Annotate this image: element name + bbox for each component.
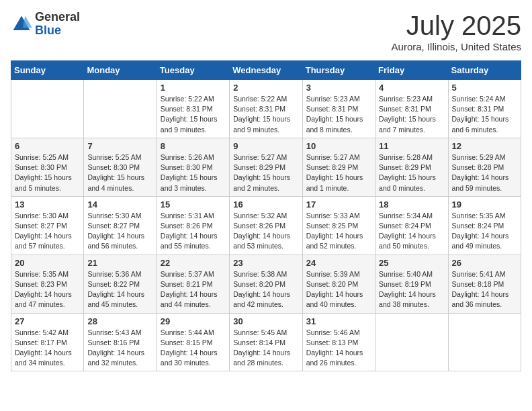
day-info: Sunrise: 5:34 AMSunset: 8:24 PMDaylight:…	[379, 211, 444, 252]
calendar-week-row: 20Sunrise: 5:35 AMSunset: 8:23 PMDayligh…	[11, 255, 521, 313]
day-number: 23	[233, 258, 298, 268]
logo-general-text: General	[35, 11, 80, 24]
calendar-cell: 27Sunrise: 5:42 AMSunset: 8:17 PMDayligh…	[11, 313, 84, 371]
calendar-cell: 7Sunrise: 5:25 AMSunset: 8:30 PMDaylight…	[84, 138, 157, 196]
day-number: 31	[306, 316, 371, 326]
calendar-cell	[375, 313, 448, 371]
calendar-cell: 3Sunrise: 5:23 AMSunset: 8:31 PMDaylight…	[302, 80, 375, 138]
calendar-cell: 22Sunrise: 5:37 AMSunset: 8:21 PMDayligh…	[157, 255, 229, 313]
weekday-header: Wednesday	[230, 61, 302, 80]
calendar-week-row: 27Sunrise: 5:42 AMSunset: 8:17 PMDayligh…	[11, 313, 521, 371]
day-info: Sunrise: 5:37 AMSunset: 8:21 PMDaylight:…	[161, 269, 226, 310]
day-number: 16	[233, 199, 298, 210]
day-info: Sunrise: 5:38 AMSunset: 8:20 PMDaylight:…	[233, 269, 298, 310]
day-number: 1	[161, 83, 226, 93]
day-number: 4	[379, 83, 444, 93]
calendar-cell: 2Sunrise: 5:22 AMSunset: 8:31 PMDaylight…	[230, 80, 302, 138]
calendar-cell: 4Sunrise: 5:23 AMSunset: 8:31 PMDaylight…	[375, 80, 448, 138]
day-info: Sunrise: 5:35 AMSunset: 8:23 PMDaylight:…	[15, 269, 80, 310]
day-number: 11	[379, 141, 444, 151]
day-info: Sunrise: 5:45 AMSunset: 8:14 PMDaylight:…	[233, 328, 298, 369]
day-number: 20	[15, 258, 80, 268]
calendar-cell	[448, 313, 521, 371]
calendar-cell: 21Sunrise: 5:36 AMSunset: 8:22 PMDayligh…	[84, 255, 157, 313]
day-number: 17	[306, 199, 371, 210]
calendar-cell: 10Sunrise: 5:27 AMSunset: 8:29 PMDayligh…	[302, 138, 375, 196]
day-info: Sunrise: 5:29 AMSunset: 8:28 PMDaylight:…	[452, 152, 517, 193]
day-info: Sunrise: 5:24 AMSunset: 8:31 PMDaylight:…	[452, 94, 517, 135]
day-number: 26	[452, 258, 517, 268]
day-info: Sunrise: 5:31 AMSunset: 8:26 PMDaylight:…	[161, 211, 226, 252]
calendar-cell: 12Sunrise: 5:29 AMSunset: 8:28 PMDayligh…	[448, 138, 521, 196]
calendar-cell: 5Sunrise: 5:24 AMSunset: 8:31 PMDaylight…	[448, 80, 521, 138]
calendar-cell: 29Sunrise: 5:44 AMSunset: 8:15 PMDayligh…	[157, 313, 229, 371]
day-info: Sunrise: 5:35 AMSunset: 8:24 PMDaylight:…	[452, 211, 517, 252]
calendar-cell: 24Sunrise: 5:39 AMSunset: 8:20 PMDayligh…	[302, 255, 375, 313]
logo-icon	[11, 13, 32, 35]
day-info: Sunrise: 5:28 AMSunset: 8:29 PMDaylight:…	[379, 152, 444, 193]
weekday-header: Monday	[84, 61, 157, 80]
day-info: Sunrise: 5:30 AMSunset: 8:27 PMDaylight:…	[87, 211, 152, 252]
day-number: 12	[452, 141, 517, 151]
day-info: Sunrise: 5:27 AMSunset: 8:29 PMDaylight:…	[233, 152, 298, 193]
logo: General Blue	[11, 11, 80, 38]
calendar-cell: 17Sunrise: 5:33 AMSunset: 8:25 PMDayligh…	[302, 196, 375, 255]
day-number: 9	[233, 141, 298, 151]
day-number: 8	[161, 141, 226, 151]
weekday-header: Sunday	[11, 61, 84, 80]
day-info: Sunrise: 5:42 AMSunset: 8:17 PMDaylight:…	[15, 328, 80, 369]
logo-blue-text: Blue	[35, 24, 80, 38]
day-info: Sunrise: 5:25 AMSunset: 8:30 PMDaylight:…	[87, 152, 152, 193]
calendar-cell: 20Sunrise: 5:35 AMSunset: 8:23 PMDayligh…	[11, 255, 84, 313]
calendar-week-row: 6Sunrise: 5:25 AMSunset: 8:30 PMDaylight…	[11, 138, 521, 196]
day-number: 10	[306, 141, 371, 151]
day-info: Sunrise: 5:23 AMSunset: 8:31 PMDaylight:…	[306, 94, 371, 135]
page-header: General Blue July 2025 Aurora, Illinois,…	[11, 11, 521, 52]
day-number: 6	[15, 141, 80, 151]
weekday-header: Tuesday	[157, 61, 229, 80]
calendar-cell: 30Sunrise: 5:45 AMSunset: 8:14 PMDayligh…	[230, 313, 302, 371]
calendar-table: SundayMondayTuesdayWednesdayThursdayFrid…	[11, 60, 521, 371]
day-number: 22	[161, 258, 226, 268]
day-number: 27	[15, 316, 80, 326]
calendar-cell: 14Sunrise: 5:30 AMSunset: 8:27 PMDayligh…	[84, 196, 157, 255]
day-info: Sunrise: 5:22 AMSunset: 8:31 PMDaylight:…	[233, 94, 298, 135]
calendar-cell: 28Sunrise: 5:43 AMSunset: 8:16 PMDayligh…	[84, 313, 157, 371]
calendar-cell: 25Sunrise: 5:40 AMSunset: 8:19 PMDayligh…	[375, 255, 448, 313]
day-number: 29	[161, 316, 226, 326]
calendar-cell: 16Sunrise: 5:32 AMSunset: 8:26 PMDayligh…	[230, 196, 302, 255]
calendar-cell: 13Sunrise: 5:30 AMSunset: 8:27 PMDayligh…	[11, 196, 84, 255]
day-number: 19	[452, 199, 517, 210]
calendar-cell: 19Sunrise: 5:35 AMSunset: 8:24 PMDayligh…	[448, 196, 521, 255]
calendar-cell: 18Sunrise: 5:34 AMSunset: 8:24 PMDayligh…	[375, 196, 448, 255]
weekday-header: Friday	[375, 61, 448, 80]
calendar-cell: 6Sunrise: 5:25 AMSunset: 8:30 PMDaylight…	[11, 138, 84, 196]
weekday-header-row: SundayMondayTuesdayWednesdayThursdayFrid…	[11, 61, 521, 80]
day-info: Sunrise: 5:23 AMSunset: 8:31 PMDaylight:…	[379, 94, 444, 135]
day-number: 7	[87, 141, 152, 151]
day-info: Sunrise: 5:43 AMSunset: 8:16 PMDaylight:…	[87, 328, 152, 369]
day-number: 5	[452, 83, 517, 93]
day-info: Sunrise: 5:25 AMSunset: 8:30 PMDaylight:…	[15, 152, 80, 193]
day-number: 25	[379, 258, 444, 268]
calendar-week-row: 1Sunrise: 5:22 AMSunset: 8:31 PMDaylight…	[11, 80, 521, 138]
day-number: 3	[306, 83, 371, 93]
calendar-cell: 15Sunrise: 5:31 AMSunset: 8:26 PMDayligh…	[157, 196, 229, 255]
svg-marker-1	[23, 15, 32, 28]
day-number: 15	[161, 199, 226, 210]
day-info: Sunrise: 5:41 AMSunset: 8:18 PMDaylight:…	[452, 269, 517, 310]
calendar-cell: 11Sunrise: 5:28 AMSunset: 8:29 PMDayligh…	[375, 138, 448, 196]
calendar-cell	[11, 80, 84, 138]
day-info: Sunrise: 5:44 AMSunset: 8:15 PMDaylight:…	[161, 328, 226, 369]
calendar-location: Aurora, Illinois, United States	[392, 41, 521, 52]
calendar-cell: 26Sunrise: 5:41 AMSunset: 8:18 PMDayligh…	[448, 255, 521, 313]
day-info: Sunrise: 5:30 AMSunset: 8:27 PMDaylight:…	[15, 211, 80, 252]
day-info: Sunrise: 5:40 AMSunset: 8:19 PMDaylight:…	[379, 269, 444, 310]
day-info: Sunrise: 5:26 AMSunset: 8:30 PMDaylight:…	[161, 152, 226, 193]
day-number: 13	[15, 199, 80, 210]
day-number: 18	[379, 199, 444, 210]
day-info: Sunrise: 5:39 AMSunset: 8:20 PMDaylight:…	[306, 269, 371, 310]
day-number: 28	[87, 316, 152, 326]
calendar-title: July 2025	[392, 11, 521, 41]
day-number: 21	[87, 258, 152, 268]
